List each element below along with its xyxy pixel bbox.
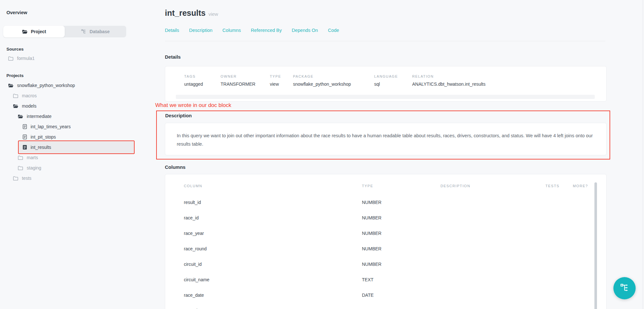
sidebar-item-label: macros (22, 93, 37, 98)
cell-type: NUMBER (362, 246, 440, 251)
folder-open-icon (22, 29, 28, 34)
column-header-tests: TESTS (545, 184, 573, 188)
details-heading: Details (165, 54, 181, 60)
table-row[interactable]: race_dateDATE (165, 287, 606, 303)
file-solid-icon (23, 145, 27, 150)
cell-column: result_id (184, 200, 362, 205)
table-row[interactable]: circuit_nameTEXT (165, 272, 606, 287)
folder-open-icon (18, 114, 23, 119)
sidebar-item-label: tests (22, 176, 32, 181)
folder-closed-icon (13, 176, 18, 181)
columns-heading: Columns (165, 164, 185, 170)
cell-type: DATE (362, 293, 440, 298)
project-toggle-label: Project (31, 29, 46, 34)
sidebar-item-tests[interactable]: tests (0, 173, 151, 183)
tab-depends-on[interactable]: Depends On (292, 28, 318, 33)
database-toggle-button[interactable]: Database (65, 26, 126, 37)
tab-code[interactable]: Code (328, 28, 339, 33)
sidebar-item-label: intermediate (27, 114, 52, 119)
detail-field-value: sql (374, 82, 412, 87)
sources-heading: Sources (6, 47, 24, 52)
column-header-description: DESCRIPTION (440, 184, 545, 188)
sidebar-item-label: int_pit_stops (31, 134, 56, 140)
detail-field-package: PACKAGEsnowflake_python_workshop (293, 74, 374, 87)
detail-field-value: snowflake_python_workshop (293, 82, 374, 87)
table-row[interactable]: result_idNUMBER (165, 195, 606, 210)
folder-closed-icon (18, 155, 23, 160)
detail-field-label: TAGS (184, 74, 221, 78)
main-content: int_results view DetailsDescriptionColum… (155, 0, 644, 309)
column-header-type: TYPE (362, 184, 440, 188)
database-toggle-label: Database (90, 29, 109, 34)
detail-field-relation: RELATIONANALYTICS.dbt_hwatson.int_result… (412, 74, 606, 87)
detail-field-tags: TAGSuntagged (184, 74, 221, 87)
columns-table-header: COLUMNTYPEDESCRIPTIONTESTSMORE? (165, 174, 606, 188)
table-row[interactable]: race_yearNUMBER (165, 226, 606, 241)
folder-closed-icon (13, 93, 18, 98)
table-row[interactable]: race_idNUMBER (165, 210, 606, 226)
table-row[interactable]: race_timeTIME (165, 303, 606, 309)
cell-type: NUMBER (362, 231, 440, 236)
sidebar-item-formula1[interactable]: formula1 (0, 53, 151, 63)
sidebar-item-label: formula1 (17, 56, 34, 61)
sidebar-item-marts[interactable]: marts (0, 152, 151, 163)
sidebar-item-models[interactable]: models (0, 101, 151, 111)
tabs-separator (165, 41, 605, 41)
sidebar-item-staging[interactable]: staging (0, 163, 151, 173)
page-title-row: int_results view (165, 8, 218, 18)
table-row[interactable]: circuit_idNUMBER (165, 256, 606, 272)
detail-field-value: ANALYTICS.dbt_hwatson.int_results (412, 82, 606, 87)
detail-field-language: LANGUAGEsql (374, 74, 412, 87)
column-header-column: COLUMN (184, 184, 362, 188)
sidebar-item-macros[interactable]: macros (0, 91, 151, 101)
description-card: In this query we want to join out other … (165, 123, 607, 155)
detail-field-value: view (270, 82, 293, 87)
detail-field-owner: OWNERTRANSFORMER (221, 74, 270, 87)
page-right-edge (643, 0, 643, 309)
details-card: TAGSuntaggedOWNERTRANSFORMERTYPEviewPACK… (165, 66, 607, 101)
cell-type: NUMBER (362, 200, 440, 205)
tab-description[interactable]: Description (189, 28, 213, 33)
page-title: int_results (165, 8, 205, 18)
tab-referenced-by[interactable]: Referenced By (251, 28, 282, 33)
sidebar-item-label: marts (27, 155, 38, 160)
file-icon (23, 134, 27, 140)
cell-type: NUMBER (362, 262, 440, 267)
sidebar-item-intermediate[interactable]: intermediate (0, 111, 151, 121)
columns-table-body: result_idNUMBERrace_idNUMBERrace_yearNUM… (165, 195, 606, 309)
anchor-tabs: DetailsDescriptionColumnsReferenced ByDe… (165, 28, 339, 33)
cell-column: circuit_id (184, 262, 362, 267)
folder-closed-icon (8, 56, 14, 61)
sidebar-item-label: int_results (31, 145, 51, 150)
detail-field-label: OWNER (221, 74, 270, 78)
detail-field-label: TYPE (270, 74, 293, 78)
annotation-text: What we wrote in our doc block (155, 102, 231, 109)
detail-field-label: PACKAGE (293, 74, 374, 78)
overview-link[interactable]: Overview (6, 10, 27, 15)
sidebar-item-label: int_lap_times_years (31, 124, 71, 129)
sidebar-item-snowflake_python_workshop[interactable]: snowflake_python_workshop (0, 80, 151, 91)
lineage-graph-fab[interactable] (613, 277, 636, 299)
detail-field-value: TRANSFORMER (221, 82, 270, 87)
column-header-more: MORE? (573, 184, 590, 188)
cell-type: TEXT (362, 277, 440, 282)
sidebar-item-label: models (22, 103, 36, 109)
details-placeholder-strip (176, 95, 595, 99)
tab-columns[interactable]: Columns (223, 28, 241, 33)
table-scrollbar[interactable] (594, 182, 597, 309)
tab-details[interactable]: Details (165, 28, 179, 33)
projects-heading: Projects (6, 73, 24, 78)
columns-card: COLUMNTYPEDESCRIPTIONTESTSMORE? result_i… (165, 174, 607, 309)
sidebar-item-int_results[interactable]: int_results (18, 140, 135, 154)
view-toggle: Project Database (3, 26, 126, 37)
projects-tree: snowflake_python_workshopmacrosmodelsint… (0, 80, 151, 183)
resource-type-badge: view (208, 11, 218, 17)
description-heading: Description (165, 113, 192, 118)
sidebar-item-int_lap_times_years[interactable]: int_lap_times_years (0, 121, 151, 132)
project-toggle-button[interactable]: Project (3, 26, 65, 37)
table-row[interactable]: race_roundNUMBER (165, 241, 606, 256)
sidebar-item-label: snowflake_python_workshop (17, 83, 75, 88)
detail-field-type: TYPEview (270, 74, 293, 87)
file-icon (23, 124, 27, 129)
description-body: In this query we want to join out other … (165, 123, 606, 148)
